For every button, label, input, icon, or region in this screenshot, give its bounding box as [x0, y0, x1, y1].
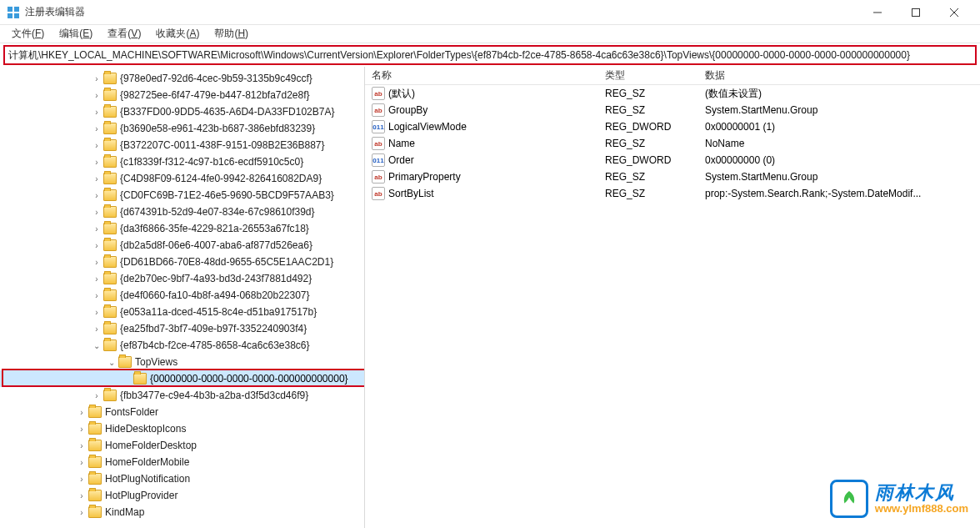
folder-icon [103, 223, 117, 234]
tree-label: HomeFolderDesktop [105, 440, 197, 451]
tree-node[interactable]: ›{fbb3477e-c9e4-4b3b-a2ba-d3f5d3cd46f9} [0, 387, 364, 404]
tree-node[interactable]: ›{da3f6866-35fe-4229-821a-26553a67fc18} [0, 220, 364, 237]
chevron-down-icon[interactable]: ⌄ [90, 339, 103, 352]
value-name: Order [388, 154, 414, 166]
tree-node[interactable]: ›{978e0ed7-92d6-4cec-9b59-3135b9c49ccf} [0, 70, 364, 87]
chevron-right-icon[interactable]: › [75, 455, 88, 469]
tree-node[interactable]: ›HotPlugNotification [0, 470, 364, 487]
chevron-right-icon[interactable]: › [90, 72, 103, 85]
tree-node[interactable]: ›KindMap [0, 504, 364, 520]
folder-icon [133, 373, 147, 385]
value-row[interactable]: 011OrderREG_DWORD0x00000000 (0) [365, 152, 980, 168]
values-panel[interactable]: 名称 类型 数据 ab(默认)REG_SZ(数值未设置)abGroupByREG… [365, 67, 980, 528]
tree-node[interactable]: ›HomeFolderDesktop [0, 437, 364, 454]
tree-label: {DD61BD66-70E8-48dd-9655-65C5E1AAC2D1} [120, 256, 333, 268]
chevron-right-icon[interactable]: › [90, 239, 103, 252]
chevron-right-icon[interactable]: › [90, 88, 103, 102]
header-name[interactable]: 名称 [365, 68, 598, 83]
chevron-right-icon[interactable]: › [75, 505, 88, 519]
chevron-right-icon[interactable]: › [75, 439, 88, 452]
tree-node[interactable]: ›{DD61BD66-70E8-48dd-9655-65C5E1AAC2D1} [0, 254, 364, 270]
tree-node[interactable]: ⌄{ef87b4cb-f2ce-4785-8658-4ca6c63e38c6} [0, 337, 364, 354]
value-row[interactable]: ab(默认)REG_SZ(数值未设置) [365, 85, 980, 102]
tree-panel[interactable]: ›{978e0ed7-92d6-4cec-9b59-3135b9c49ccf}›… [0, 67, 365, 528]
folder-icon [103, 156, 117, 168]
tree-label: HotPlugProvider [105, 490, 178, 501]
tree-node[interactable]: ›HideDesktopIcons [0, 420, 364, 437]
app-icon [7, 6, 20, 19]
menu-h[interactable]: 帮助(H) [208, 25, 255, 43]
menubar: 文件(F)编辑(E)查看(V)收藏夹(A)帮助(H) [0, 25, 980, 43]
value-type: REG_SZ [598, 104, 698, 116]
header-type[interactable]: 类型 [598, 68, 698, 83]
tree-label: {CD0FC69B-71E2-46e5-9690-5BCD9F57AAB3} [120, 189, 334, 201]
value-row[interactable]: 011LogicalViewModeREG_DWORD0x00000001 (1… [365, 118, 980, 135]
menu-e[interactable]: 编辑(E) [52, 25, 99, 43]
chevron-right-icon[interactable]: › [90, 138, 103, 152]
tree-node[interactable]: ›{982725ee-6f47-479e-b447-812bfa7d2e8f} [0, 87, 364, 103]
tree-node[interactable]: ›HotPlugProvider [0, 487, 364, 504]
chevron-right-icon[interactable]: › [75, 489, 88, 502]
value-data: System.StartMenu.Group [698, 171, 980, 183]
chevron-right-icon[interactable]: › [90, 389, 103, 402]
folder-icon [88, 440, 102, 451]
header-data[interactable]: 数据 [698, 68, 980, 83]
tree-node[interactable]: ›FontsFolder [0, 404, 364, 420]
chevron-right-icon[interactable]: › [90, 289, 103, 302]
binary-value-icon: 011 [372, 120, 385, 133]
minimize-button[interactable] [858, 0, 897, 25]
tree-label: {e053a11a-dced-4515-8c4e-d51ba917517b} [120, 306, 317, 318]
tree-node[interactable]: ›{de4f0660-fa10-4b8f-a494-068b20b22307} [0, 287, 364, 304]
tree-node[interactable]: ›{de2b70ec-9bf7-4a93-bd3d-243f7881d492} [0, 270, 364, 287]
chevron-right-icon[interactable]: › [90, 305, 103, 319]
value-row[interactable]: abNameREG_SZNoName [365, 135, 980, 152]
tree-node[interactable]: ›{CD0FC69B-71E2-46e5-9690-5BCD9F57AAB3} [0, 187, 364, 204]
chevron-right-icon[interactable]: › [90, 322, 103, 335]
menu-v[interactable]: 查看(V) [101, 25, 148, 43]
value-type: REG_DWORD [598, 121, 698, 133]
tree-label: {d674391b-52d9-4e07-834e-67c98610f39d} [120, 206, 315, 218]
chevron-right-icon[interactable]: › [75, 472, 88, 485]
address-bar[interactable]: 计算机\HKEY_LOCAL_MACHINE\SOFTWARE\Microsof… [3, 45, 977, 65]
chevron-right-icon[interactable]: › [90, 272, 103, 285]
chevron-right-icon[interactable]: › [90, 205, 103, 219]
tree-node[interactable]: ›{db2a5d8f-06e6-4007-aba6-af877d526ea6} [0, 237, 364, 254]
tree-node[interactable]: ›{B372207C-0011-438F-9151-098B2E36B887} [0, 137, 364, 153]
chevron-right-icon[interactable]: › [90, 189, 103, 202]
tree-node[interactable]: {00000000-0000-0000-0000-000000000000} [0, 370, 364, 387]
value-name: (默认) [388, 87, 415, 101]
tree-node[interactable]: ›{e053a11a-dced-4515-8c4e-d51ba917517b} [0, 304, 364, 320]
menu-a[interactable]: 收藏夹(A) [149, 25, 206, 43]
tree-node[interactable]: ›{ea25fbd7-3bf7-409e-b97f-3352240903f4} [0, 320, 364, 337]
value-type: REG_SZ [598, 88, 698, 99]
tree-node[interactable]: ⌄TopViews [0, 354, 364, 370]
folder-icon [88, 406, 102, 418]
chevron-down-icon[interactable]: ⌄ [105, 355, 118, 369]
tree-node[interactable]: ›{C4D98F09-6124-4fe0-9942-826416082DA9} [0, 170, 364, 187]
folder-icon [103, 106, 117, 118]
close-button[interactable] [935, 0, 973, 25]
chevron-right-icon[interactable]: › [75, 405, 88, 419]
tree-label: {B372207C-0011-438F-9151-098B2E36B887} [120, 139, 325, 151]
value-row[interactable]: abGroupByREG_SZSystem.StartMenu.Group [365, 102, 980, 118]
value-row[interactable]: abSortByListREG_SZprop:-System.Search.Ra… [365, 185, 980, 202]
folder-icon [103, 390, 117, 401]
chevron-right-icon[interactable]: › [90, 105, 103, 118]
tree-node[interactable]: ›{B337FD00-9DD5-4635-A6D4-DA33FD102B7A} [0, 103, 364, 120]
tree-node[interactable]: ›{b3690e58-e961-423b-b687-386ebfd83239} [0, 120, 364, 137]
folder-icon [103, 173, 117, 184]
tree-node[interactable]: ›{c1f8339f-f312-4c97-b1c6-ecdf5910c5c0} [0, 153, 364, 170]
chevron-right-icon[interactable]: › [90, 122, 103, 135]
chevron-right-icon[interactable]: › [75, 422, 88, 435]
menu-f[interactable]: 文件(F) [5, 25, 51, 43]
value-row[interactable]: abPrimaryPropertyREG_SZSystem.StartMenu.… [365, 168, 980, 185]
tree-node[interactable]: ›HomeFolderMobile [0, 454, 364, 470]
chevron-right-icon[interactable]: › [90, 255, 103, 269]
tree-label: {db2a5d8f-06e6-4007-aba6-af877d526ea6} [120, 239, 312, 251]
maximize-button[interactable] [897, 0, 935, 25]
tree-node[interactable]: ›{d674391b-52d9-4e07-834e-67c98610f39d} [0, 204, 364, 220]
tree-label: FontsFolder [105, 406, 158, 418]
chevron-right-icon[interactable]: › [90, 155, 103, 168]
chevron-right-icon[interactable]: › [90, 222, 103, 235]
chevron-right-icon[interactable]: › [90, 172, 103, 185]
